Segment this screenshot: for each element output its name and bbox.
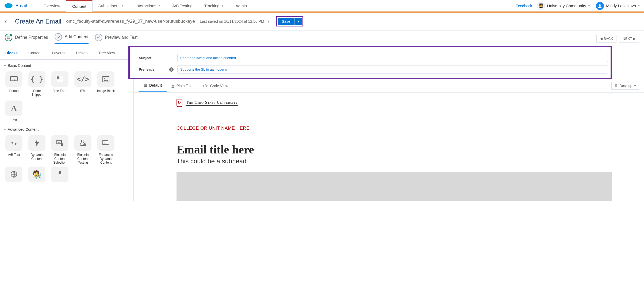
- nav-tab-abtesting[interactable]: A/B Testing: [166, 0, 198, 12]
- left-panel: Blocks Content Layouts Design Tree View …: [0, 47, 134, 201]
- block-code-snippet[interactable]: { }Code Snippet: [27, 71, 47, 97]
- svg-rect-22: [60, 174, 60, 177]
- view-tab-code[interactable]: </> Code View: [197, 80, 233, 92]
- chevron-down-icon: ▼: [121, 4, 124, 7]
- text-icon: A: [171, 83, 174, 88]
- preheader-input[interactable]: [177, 65, 608, 74]
- block-extra-einstein[interactable]: 🧑‍🔬: [27, 167, 47, 182]
- view-tab-plain[interactable]: A Plain Text: [167, 80, 197, 92]
- block-label: Enhanced Dynamic Content: [96, 153, 116, 164]
- chevron-down-icon: ▼: [158, 4, 160, 7]
- left-tab-blocks[interactable]: Blocks: [0, 47, 23, 59]
- block-extra-pin[interactable]: [50, 167, 70, 182]
- chevron-down-icon: ▼: [221, 4, 224, 7]
- nav-tab-overview[interactable]: Overview: [38, 0, 66, 12]
- block-einstein-selection[interactable]: +Einstein Content Selection: [50, 135, 70, 164]
- nav-tab-admin[interactable]: Admin: [230, 0, 253, 12]
- last-saved-text: Last saved on 10/11/2024 at 12:56 PM: [200, 19, 264, 24]
- feedback-link[interactable]: Feedback: [516, 4, 532, 8]
- email-subhead[interactable]: This could be a subhead: [177, 157, 612, 165]
- step-preview-test[interactable]: Preview and Test: [95, 34, 138, 44]
- step-define-properties[interactable]: Define Properties: [5, 34, 48, 44]
- block-label: Dynamic Content: [27, 153, 47, 161]
- bu-avatar-icon[interactable]: 🧑‍🎓: [537, 2, 545, 10]
- code-icon: </>: [202, 83, 208, 88]
- section-advanced-content[interactable]: ▾ Advanced Content: [0, 124, 133, 133]
- salesforce-cloud-icon: [4, 3, 13, 9]
- block-free-form[interactable]: Free Form: [50, 71, 70, 97]
- block-text[interactable]: AText: [4, 101, 24, 122]
- block-ab-test[interactable]: A/B Test: [4, 135, 24, 164]
- preheader-row: Preheader i: [139, 64, 608, 75]
- left-tab-treeview[interactable]: Tree View: [93, 47, 120, 59]
- block-dynamic-content[interactable]: Dynamic Content: [27, 135, 47, 164]
- info-icon[interactable]: i: [169, 67, 174, 72]
- block-extra-globe[interactable]: [4, 167, 24, 182]
- user-avatar-icon[interactable]: [596, 2, 604, 10]
- button-icon: [10, 76, 18, 82]
- business-unit-label[interactable]: University Community: [547, 3, 586, 8]
- check-icon: [9, 33, 13, 37]
- chevron-down-icon[interactable]: ▼: [588, 4, 590, 7]
- nav-tab-tracking[interactable]: Tracking▼: [198, 0, 230, 12]
- block-label: Button: [9, 89, 19, 93]
- view-tab-default[interactable]: ▤ Default: [139, 79, 167, 92]
- device-label: Desktop: [619, 84, 632, 88]
- desktop-icon: 🖥: [614, 84, 618, 88]
- email-canvas[interactable]: The Ohio State University COLLEGE OR UNI…: [134, 93, 644, 201]
- left-tab-design[interactable]: Design: [71, 47, 93, 59]
- einstein-icon: 🧑‍🔬: [28, 167, 45, 182]
- brand-text: The Ohio State University: [186, 100, 238, 106]
- block-html[interactable]: </>HTML: [73, 71, 93, 97]
- preheader-label: Preheader: [139, 67, 166, 71]
- abtest-icon: [10, 140, 18, 146]
- chevron-down-icon[interactable]: ▼: [638, 4, 640, 7]
- step-add-content[interactable]: Add Content: [55, 33, 89, 44]
- image-placeholder[interactable]: [177, 172, 612, 201]
- app-name: Email: [16, 3, 27, 9]
- block-button[interactable]: Button: [4, 71, 24, 97]
- save-button[interactable]: Save: [278, 18, 295, 25]
- left-tab-layouts[interactable]: Layouts: [47, 47, 71, 59]
- email-name: omc_faculty-staff-awareness_fy29_07_new-…: [66, 19, 195, 24]
- svg-rect-20: [59, 171, 61, 173]
- block-image[interactable]: Image Block: [96, 71, 116, 97]
- advanced-blocks-grid: A/B Test Dynamic Content +Einstein Conte…: [0, 133, 133, 166]
- block-enhanced-dynamic[interactable]: Enhanced Dynamic Content: [96, 135, 116, 164]
- main: Blocks Content Layouts Design Tree View …: [0, 47, 644, 201]
- nav-tab-interactions[interactable]: Interactions▼: [130, 0, 166, 12]
- view-tab-label: Default: [149, 83, 162, 87]
- section-label: Advanced Content: [8, 127, 39, 132]
- block-label: Einstein Content Testing: [73, 153, 93, 164]
- nav-tab-subscribers[interactable]: Subscribers▼: [93, 0, 130, 12]
- subject-label: Subject: [139, 56, 166, 60]
- left-tab-content[interactable]: Content: [23, 47, 47, 59]
- bolt-icon: [28, 135, 45, 151]
- block-label: Einstein Content Selection: [50, 153, 70, 164]
- next-button[interactable]: NEXT▶: [619, 35, 639, 43]
- step-label: Define Properties: [15, 35, 48, 40]
- block-label: Free Form: [52, 89, 67, 93]
- subject-input[interactable]: [177, 54, 608, 62]
- unit-name[interactable]: COLLEGE OR UNIT NAME HERE: [177, 126, 612, 131]
- section-basic-content[interactable]: ▾ Basic Content: [0, 60, 133, 69]
- left-panel-tabs: Blocks Content Layouts Design Tree View: [0, 47, 133, 60]
- step-label: Add Content: [65, 34, 89, 39]
- save-dropdown-button[interactable]: ▼: [294, 18, 302, 25]
- html-icon: </>: [74, 71, 91, 87]
- user-name[interactable]: Mindy Loschiavo: [606, 3, 636, 8]
- nav-tab-content[interactable]: Content: [66, 0, 93, 12]
- svg-rect-3: [10, 76, 17, 81]
- device-selector[interactable]: 🖥 Desktop ▼: [611, 82, 639, 90]
- editor-panel: ↖ Subject Preheader i ▤ Default A Plain …: [134, 47, 644, 201]
- braces-icon: { }: [28, 71, 45, 87]
- back-chevron-icon[interactable]: ‹: [5, 17, 10, 26]
- block-einstein-testing[interactable]: +Einstein Content Testing: [73, 135, 93, 164]
- tag-icon[interactable]: 🏷: [268, 19, 273, 24]
- back-button[interactable]: ◀BACK: [596, 35, 616, 43]
- page-title: Create An Email: [15, 18, 61, 25]
- chevron-down-icon: ▾: [4, 128, 6, 131]
- email-title[interactable]: Email title here: [177, 143, 612, 156]
- extra-blocks-grid: 🧑‍🔬: [0, 166, 133, 184]
- block-label: HTML: [79, 89, 87, 93]
